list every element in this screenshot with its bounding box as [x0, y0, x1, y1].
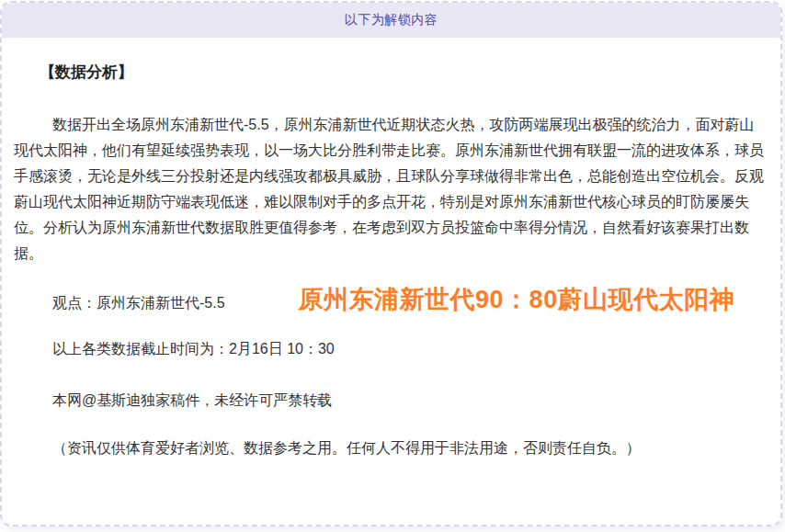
- viewpoint-text: 观点：原州东浦新世代-5.5: [52, 295, 225, 311]
- predicted-score: 原州东浦新世代90：80蔚山现代太阳神: [299, 287, 735, 312]
- unlock-banner: 以下为解锁内容: [2, 3, 780, 38]
- unlocked-content-card: 以下为解锁内容 【数据分析】 数据开出全场原州东浦新世代-5.5，原州东浦新世代…: [0, 1, 782, 526]
- copyright-note: 本网@基斯迪独家稿件，未经许可严禁转载: [14, 388, 766, 413]
- viewpoint-row: 观点：原州东浦新世代-5.5原州东浦新世代90：80蔚山现代太阳神: [14, 287, 766, 316]
- analysis-paragraph: 数据开出全场原州东浦新世代-5.5，原州东浦新世代近期状态火热，攻防两端展现出极…: [14, 112, 766, 266]
- unlock-banner-text: 以下为解锁内容: [345, 12, 438, 28]
- section-title: 【数据分析】: [40, 62, 766, 83]
- article-body: 【数据分析】 数据开出全场原州东浦新世代-5.5，原州东浦新世代近期状态火热，攻…: [2, 62, 780, 461]
- data-cutoff-note: 以上各类数据截止时间为：2月16日 10：30: [14, 336, 766, 362]
- disclaimer-note: （资讯仅供体育爱好者浏览、数据参考之用。任何人不得用于非法用途，否则责任自负。）: [14, 436, 766, 461]
